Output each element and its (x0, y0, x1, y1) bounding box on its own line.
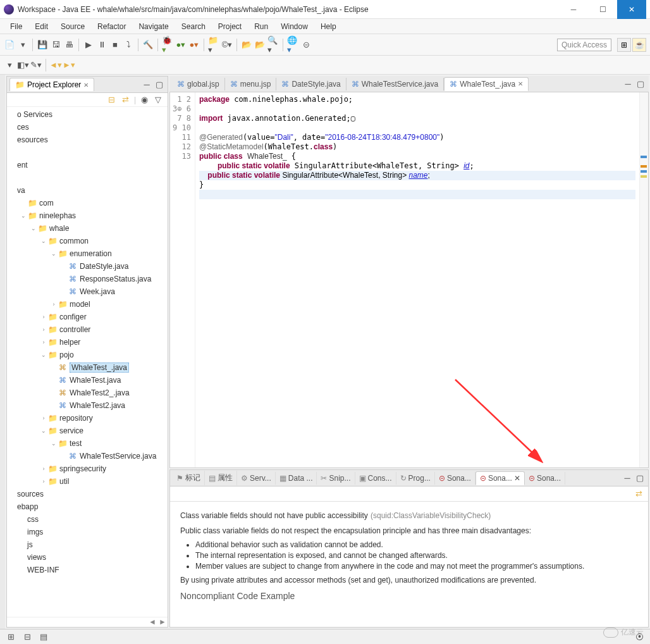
perspective-open-icon[interactable]: ⊞ (617, 38, 631, 52)
back-icon[interactable]: ◄▾ (50, 59, 61, 71)
maximize-button[interactable]: ☐ (588, 0, 617, 19)
tree-item[interactable]: ⌘Week.java (7, 285, 168, 298)
bottom-tab[interactable]: ⊝Sona... (435, 472, 475, 485)
dropdown-icon[interactable]: ▾ (17, 39, 28, 51)
tree-item[interactable]: ebapp (7, 500, 168, 513)
expand-icon[interactable]: ⌄ (30, 225, 37, 232)
tree-item[interactable]: o Services (7, 108, 168, 121)
code-body[interactable]: package com.ninelephas.whale.pojo; impor… (195, 92, 639, 468)
project-tree[interactable]: o Servicescesesourcesentva📁com⌄📁nineleph… (7, 107, 168, 617)
editor-tab[interactable]: ⌘WhaleTestService.java (346, 78, 444, 90)
menu-refactor[interactable]: Refactor (92, 21, 131, 32)
tree-item[interactable]: ⌘WhaleTest_.java (7, 361, 168, 374)
newclass-icon[interactable]: ©▾ (221, 39, 233, 51)
status-icon2[interactable]: ⊟ (21, 631, 33, 643)
tree-item[interactable] (7, 171, 168, 184)
expand-icon[interactable]: ⌄ (40, 352, 47, 358)
collapse-all-icon[interactable]: ⊟ (106, 94, 118, 106)
menu-window[interactable]: Window (276, 21, 313, 32)
scroll-left-icon[interactable]: ◄ (147, 617, 157, 627)
tree-item[interactable]: ⌘ResponseStatus.java (7, 273, 168, 285)
expand-icon[interactable]: › (40, 314, 47, 320)
tree-item[interactable]: ent (7, 159, 168, 171)
openfolder-icon[interactable]: 📂 (241, 39, 252, 51)
quick-access-input[interactable]: Quick Access (557, 39, 611, 51)
tree-item[interactable]: ›📁controller (7, 323, 168, 336)
tree-item[interactable]: ⌘WhaleTestService.java (7, 450, 168, 462)
tree-item[interactable]: ⌄📁whale (7, 222, 168, 235)
minimize-panel-icon[interactable]: ─ (622, 473, 633, 484)
tree-item[interactable]: js (7, 538, 168, 551)
bottom-tab[interactable]: ⚙Serv... (237, 472, 276, 485)
tree-item[interactable]: ⌄📁test (7, 437, 168, 450)
tree-item[interactable]: ›📁model (7, 298, 168, 311)
tree-item[interactable]: ⌘WhaleTest2.java (7, 399, 168, 412)
project-explorer-tab[interactable]: 📁 Project Explorer ✕ (9, 78, 94, 91)
tree-item[interactable]: ›📁util (7, 475, 168, 488)
tree-item[interactable]: esources (7, 133, 168, 146)
perspective-javaee-icon[interactable]: ☕ (632, 38, 646, 52)
tree-item[interactable]: ⌄📁service (7, 424, 168, 437)
tree-item[interactable]: ⌄📁ninelephas (7, 209, 168, 222)
minimize-view-icon[interactable]: ─ (141, 79, 152, 90)
run-icon[interactable]: ▶ (83, 39, 94, 51)
scroll-right-icon[interactable]: ► (157, 617, 168, 627)
runext-icon[interactable]: ●▾ (188, 39, 200, 51)
expand-icon[interactable]: ⌄ (40, 238, 47, 244)
menu-navigate[interactable]: Navigate (133, 21, 173, 32)
tree-item[interactable]: ⌄📁pojo (7, 349, 168, 361)
tree-item[interactable]: ces (7, 121, 168, 133)
tree-item[interactable]: ›📁repository (7, 412, 168, 424)
tree-item[interactable]: 📁com (7, 197, 168, 209)
run-green-icon[interactable]: ●▾ (175, 39, 187, 51)
tb2-icon3[interactable]: ✎▾ (30, 59, 42, 71)
close-tab-icon[interactable]: ✕ (518, 80, 523, 87)
expand-icon[interactable]: ⌄ (40, 428, 47, 434)
pause-icon[interactable]: ⏸ (96, 39, 107, 51)
step-icon[interactable]: ⤵ (123, 39, 134, 51)
tree-item[interactable]: ⌘WhaleTest.java (7, 374, 168, 387)
maximize-panel-icon[interactable]: ▢ (634, 473, 646, 484)
menu-file[interactable]: File (5, 21, 27, 32)
tree-item[interactable]: views (7, 551, 168, 564)
bottom-tab[interactable]: ↻Prog... (396, 472, 435, 485)
search-icon[interactable]: 🔍▾ (267, 39, 279, 51)
close-button[interactable]: ✕ (617, 0, 646, 19)
forward-icon[interactable]: ►▾ (63, 59, 75, 71)
bottom-link-icon[interactable]: ⇄ (633, 488, 644, 500)
editor-tab[interactable]: ⌘DateStyle.java (276, 78, 346, 90)
bottom-tab[interactable]: ⚑标记 (173, 471, 205, 485)
tree-item[interactable]: ⌘WhaleTest2_.java (7, 387, 168, 399)
maximize-view-icon[interactable]: ▢ (154, 79, 165, 90)
code-editor[interactable]: 1 2 3⊕ 6 7 8 9 10 11 12 13 package com.n… (169, 92, 649, 468)
openres-icon[interactable]: 📂 (254, 39, 266, 51)
status-icon1[interactable]: ⊞ (5, 631, 16, 643)
stop-icon[interactable]: ■ (109, 39, 121, 51)
editor-tab[interactable]: ⌘global.jsp (172, 78, 225, 90)
new-icon[interactable]: 📄 (4, 39, 15, 51)
globe-icon[interactable]: 🌐▾ (287, 39, 298, 51)
status-icon3[interactable]: ▤ (38, 631, 49, 643)
build-icon[interactable]: 🔨 (142, 39, 154, 51)
close-tab-icon[interactable]: ✕ (83, 82, 89, 89)
bottom-tab[interactable]: ✂Snip... (317, 472, 355, 485)
tb2-icon2[interactable]: ◧▾ (17, 59, 28, 71)
menu-edit[interactable]: Edit (30, 21, 53, 32)
link-editor-icon[interactable]: ⇄ (120, 94, 132, 106)
sonar-icon[interactable]: ⊝ (300, 39, 312, 51)
saveall-icon[interactable]: 🖫 (50, 39, 61, 51)
tree-item[interactable] (7, 146, 168, 159)
expand-icon[interactable]: › (50, 301, 58, 307)
maximize-editor-icon[interactable]: ▢ (635, 78, 646, 90)
tree-item[interactable]: WEB-INF (7, 564, 168, 576)
expand-icon[interactable]: ⌄ (50, 440, 58, 447)
editor-tab[interactable]: ⌘menu.jsp (225, 78, 277, 90)
newfile-icon[interactable]: 📁▾ (208, 39, 219, 51)
menu-search[interactable]: Search (176, 21, 211, 32)
focus-icon[interactable]: ◉ (138, 94, 150, 106)
debug-icon[interactable]: 🐞▾ (162, 39, 173, 51)
expand-icon[interactable]: › (40, 326, 47, 333)
save-icon[interactable]: 💾 (37, 39, 48, 51)
tree-item[interactable]: va (7, 184, 168, 197)
editor-tab[interactable]: ⌘WhaleTest_.java✕ (444, 77, 529, 91)
